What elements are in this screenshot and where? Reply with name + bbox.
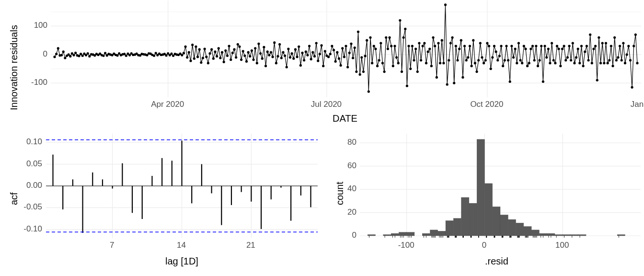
svg-point-85 [183,52,185,54]
svg-point-239 [451,36,453,39]
svg-point-330 [610,45,612,47]
y-tick: 0.05 [14,159,42,169]
svg-point-319 [591,62,593,64]
svg-point-211 [402,36,405,39]
svg-point-297 [552,59,555,61]
svg-point-229 [434,45,436,47]
svg-point-270 [505,45,507,47]
svg-point-209 [399,19,401,22]
svg-point-152 [299,64,302,67]
svg-point-131 [263,46,265,48]
svg-point-268 [502,65,504,67]
svg-point-200 [383,70,385,73]
svg-point-218 [414,47,417,50]
svg-point-118 [240,58,242,61]
svg-point-124 [251,49,253,52]
svg-point-47 [116,54,118,57]
svg-rect-416 [555,235,563,236]
svg-point-166 [324,50,326,52]
svg-point-22 [72,54,75,56]
svg-point-147 [291,52,293,55]
svg-rect-409 [500,215,508,236]
svg-point-240 [453,82,455,84]
svg-point-337 [622,42,624,45]
svg-rect-403 [453,218,461,236]
svg-point-159 [311,51,314,54]
svg-point-100 [208,52,211,55]
svg-point-11 [53,56,56,58]
x-tick: Apr 2020 [146,100,189,109]
svg-point-313 [580,45,583,47]
svg-rect-398 [407,232,414,236]
svg-point-107 [221,51,223,54]
svg-point-173 [336,51,338,54]
svg-point-92 [195,46,197,48]
svg-point-68 [153,55,155,57]
svg-point-283 [528,62,530,64]
svg-point-265 [496,59,499,61]
y-tick: 80 [339,138,356,147]
svg-point-243 [458,47,460,50]
svg-point-216 [411,45,414,47]
svg-point-208 [397,62,400,64]
svg-point-324 [599,62,602,64]
svg-point-342 [631,86,633,89]
svg-point-138 [275,62,277,64]
svg-point-193 [371,62,373,64]
svg-point-332 [613,36,616,39]
svg-point-275 [514,47,517,50]
svg-point-123 [249,55,251,58]
svg-point-260 [488,45,490,47]
svg-point-116 [237,43,239,46]
svg-point-340 [627,45,630,47]
svg-point-287 [535,45,537,47]
svg-point-269 [504,59,506,61]
svg-point-164 [320,44,322,46]
svg-point-228 [432,36,434,39]
svg-point-309 [573,62,575,64]
svg-rect-401 [438,231,446,236]
svg-point-341 [629,59,632,61]
svg-point-199 [381,62,384,64]
svg-point-300 [558,47,560,50]
svg-point-203 [388,36,391,39]
y-tick: 20 [339,207,356,217]
svg-point-233 [441,39,443,42]
svg-rect-397 [399,232,406,236]
y-tick: -0.05 [14,202,42,212]
svg-point-97 [204,47,206,50]
svg-point-227 [430,65,433,67]
residuals-panel: Innovation residuals DATE -1000100Apr 20… [0,0,644,126]
svg-point-126 [254,47,256,49]
svg-point-137 [273,41,276,44]
svg-rect-414 [539,233,547,236]
svg-point-343 [632,45,635,47]
svg-point-263 [493,45,495,47]
svg-rect-400 [430,230,438,236]
svg-point-121 [245,60,248,63]
svg-point-140 [278,43,281,46]
svg-point-266 [498,55,501,57]
svg-point-231 [437,42,439,45]
svg-point-318 [589,34,591,36]
svg-point-120 [243,55,246,57]
svg-point-129 [259,52,262,55]
svg-point-139 [276,55,279,58]
svg-point-285 [531,45,534,47]
residuals-x-title: DATE [333,113,357,124]
svg-point-277 [518,42,520,45]
svg-point-102 [212,58,215,60]
svg-point-156 [306,54,309,56]
svg-point-157 [308,45,310,47]
acf-plot [46,133,318,239]
svg-point-256 [481,56,483,58]
svg-point-163 [319,53,321,55]
svg-point-151 [298,46,300,48]
svg-rect-399 [422,233,430,236]
svg-point-184 [355,70,357,73]
svg-point-345 [636,62,638,64]
svg-rect-402 [446,220,453,236]
svg-point-16 [62,50,65,53]
svg-point-30 [87,52,89,55]
svg-point-144 [286,66,288,68]
